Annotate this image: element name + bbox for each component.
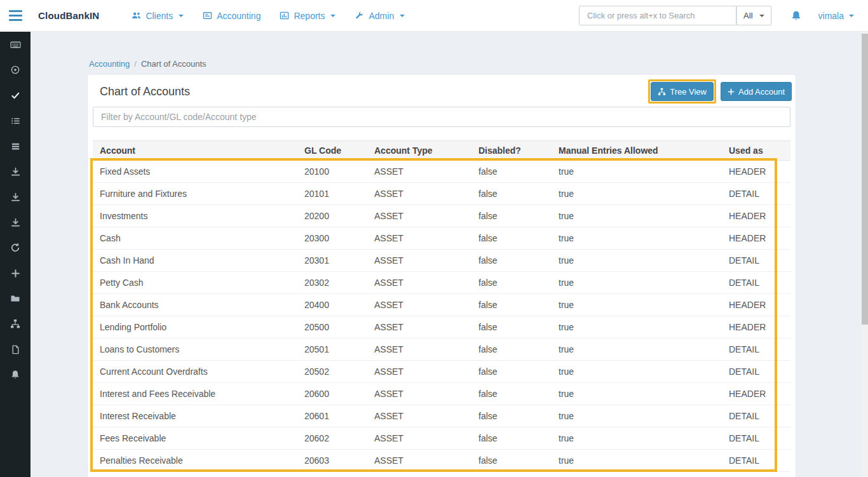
sidebar-item-check[interactable] — [0, 83, 31, 108]
header-cell-account-type: Account Type — [367, 145, 471, 156]
chart-of-accounts-card: Chart of Accounts Tree View Add Account — [88, 75, 796, 477]
table-cell: ASSET — [367, 344, 471, 354]
folder-icon — [10, 293, 20, 304]
table-row[interactable]: Lending Portfolio20500ASSETfalsetrueHEAD… — [93, 316, 790, 339]
sidebar-item-download-1[interactable] — [0, 159, 31, 184]
nav-item-reports[interactable]: Reports — [270, 0, 345, 31]
table-row[interactable]: Interest and Fees Receivable20600ASSETfa… — [93, 383, 790, 405]
sidebar-item-plus[interactable] — [0, 260, 31, 286]
table-cell: false — [471, 233, 552, 243]
table-cell: Fixed Assets — [93, 166, 297, 177]
table-cell: Cash In Hand — [93, 255, 297, 265]
table-cell: Lending Portfolio — [93, 322, 297, 332]
table-header: Account GL Code Account Type Disabled? M… — [93, 140, 790, 161]
breadcrumb-link-accounting[interactable]: Accounting — [89, 59, 130, 69]
table-cell: false — [471, 189, 552, 199]
nav-item-accounting[interactable]: Accounting — [193, 0, 270, 31]
table-body: Fixed Assets20100ASSETfalsetrueHEADERFur… — [93, 161, 790, 472]
nav-item-label: Clients — [146, 11, 173, 21]
search-scope-dropdown[interactable]: All — [736, 6, 771, 25]
table-row[interactable]: Cash In Hand20301ASSETfalsetrueDETAIL — [93, 250, 790, 272]
table-cell: false — [471, 255, 552, 265]
table-cell: 20600 — [297, 389, 367, 399]
table-cell: true — [552, 389, 722, 399]
table-cell: ASSET — [367, 189, 471, 199]
list-icon — [11, 116, 20, 126]
table-row[interactable]: Furniture and Fixtures20101ASSETfalsetru… — [93, 183, 790, 205]
sidebar-item-list-alt[interactable] — [0, 133, 31, 159]
notifications-button[interactable] — [790, 10, 802, 22]
add-account-button[interactable]: Add Account — [721, 82, 792, 101]
sidebar-item-keyboard[interactable] — [0, 32, 31, 57]
sidebar-item-download-2[interactable] — [0, 184, 31, 210]
table-cell: DETAIL — [722, 189, 790, 199]
chevron-down-icon — [179, 15, 184, 17]
table-cell: false — [471, 211, 552, 221]
list-alt-icon — [11, 142, 20, 151]
table-row[interactable]: Cash20300ASSETfalsetrueHEADER — [93, 227, 790, 250]
table-row[interactable]: Fixed Assets20100ASSETfalsetrueHEADER — [93, 161, 790, 183]
table-row[interactable]: Penalties Receivable20603ASSETfalsetrueD… — [93, 450, 790, 472]
filter-row — [93, 107, 790, 127]
check-icon — [11, 91, 20, 100]
main-nav: Clients Accounting Reports Admin — [122, 0, 414, 31]
nav-item-admin[interactable]: Admin — [345, 0, 414, 31]
nav-item-clients[interactable]: Clients — [122, 0, 193, 31]
sidebar-item-file[interactable] — [0, 337, 31, 362]
table-cell: true — [552, 278, 722, 288]
table-cell: 20100 — [297, 166, 367, 177]
scrollbar-thumb[interactable] — [862, 34, 868, 325]
sidebar — [0, 32, 31, 477]
file-icon — [11, 345, 20, 354]
tree-view-button[interactable]: Tree View — [651, 82, 714, 101]
sidebar-item-folder[interactable] — [0, 286, 31, 311]
brand-logo[interactable]: CloudBankIN — [38, 10, 99, 21]
table-cell: DETAIL — [722, 344, 790, 354]
table-cell: false — [471, 455, 552, 466]
keyboard-icon — [10, 39, 21, 50]
table-cell: Interest and Fees Receivable — [93, 389, 297, 399]
table-cell: DETAIL — [722, 455, 790, 466]
table-cell: 20602 — [297, 433, 367, 443]
sidebar-item-download-3[interactable] — [0, 210, 31, 235]
card-actions: Tree View Add Account — [648, 79, 792, 104]
table-row[interactable]: Current Account Overdrafts20502ASSETfals… — [93, 361, 790, 383]
table-row[interactable]: Petty Cash20302ASSETfalsetrueDETAIL — [93, 272, 790, 294]
chevron-down-icon — [330, 15, 336, 17]
table-cell: Loans to Customers — [93, 344, 297, 354]
sidebar-item-disc[interactable] — [0, 57, 31, 83]
table-cell: Interest Receivable — [93, 411, 297, 421]
username: vimala — [818, 11, 844, 21]
download-icon — [11, 218, 20, 227]
navbar-right: All vimala — [579, 6, 868, 25]
table-cell: 20302 — [297, 278, 367, 288]
sidebar-item-list[interactable] — [0, 108, 31, 133]
table-row[interactable]: Interest Receivable20601ASSETfalsetrueDE… — [93, 405, 790, 427]
scrollbar-track[interactable] — [862, 32, 868, 477]
table-cell: 20301 — [297, 255, 367, 265]
table-row[interactable]: Loans to Customers20501ASSETfalsetrueDET… — [93, 339, 790, 361]
reports-icon — [280, 11, 289, 20]
table-row[interactable]: Fees Receivable20602ASSETfalsetrueDETAIL — [93, 427, 790, 450]
table-cell: false — [471, 322, 552, 332]
table-cell: ASSET — [367, 366, 471, 377]
table-cell: true — [552, 411, 722, 421]
table-cell: true — [552, 322, 722, 332]
sidebar-item-refresh[interactable] — [0, 235, 31, 260]
sidebar-item-bell[interactable] — [0, 362, 31, 387]
table-cell: ASSET — [367, 411, 471, 421]
filter-input[interactable] — [93, 107, 790, 127]
table-cell: true — [552, 233, 722, 243]
table-row[interactable]: Investments20200ASSETfalsetrueHEADER — [93, 205, 790, 227]
table-cell: 20603 — [297, 455, 367, 466]
sidebar-item-sitemap[interactable] — [0, 311, 31, 337]
users-icon — [132, 11, 141, 20]
user-menu[interactable]: vimala — [818, 11, 854, 21]
table-cell: HEADER — [722, 389, 790, 399]
chevron-down-icon — [400, 15, 405, 17]
search-input[interactable] — [579, 6, 736, 25]
nav-item-label: Accounting — [217, 11, 261, 21]
table-cell: false — [471, 278, 552, 288]
hamburger-menu-button[interactable] — [0, 0, 31, 31]
table-row[interactable]: Bank Accounts20400ASSETfalsetrueHEADER — [93, 294, 790, 316]
